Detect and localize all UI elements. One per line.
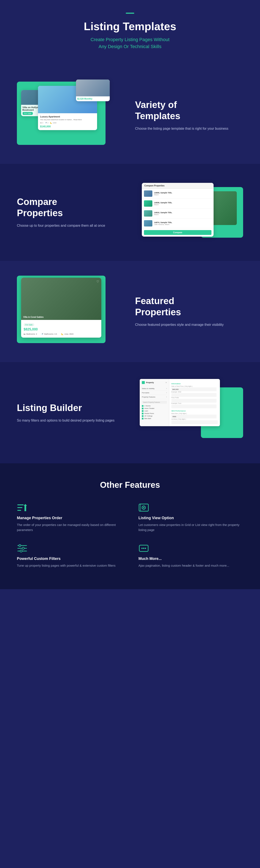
svg-rect-1 [17, 507, 22, 508]
builder-sidebar-icon [142, 381, 145, 384]
other-features-section: Other Features Manage Properties Order T… [0, 463, 260, 589]
featured-beds: 🛏 Bedrooms 3 [24, 333, 37, 335]
svg-point-15 [143, 548, 144, 549]
compare-prop-title-4: 14974, Sample Title, [154, 221, 211, 223]
card-top-right: $2,520 Monthly [76, 80, 110, 101]
bm-field-price: Sale or Rent Price ( Only digits ) $40,0… [171, 385, 216, 391]
compare-panel-header: Compare Properties [142, 183, 213, 189]
card-left-tag: For Sale [23, 112, 32, 115]
top-bar-accent [126, 13, 134, 14]
checkbox-lawn: Lawn [142, 410, 167, 412]
featured-heading: Featured Properties [135, 296, 243, 318]
card-baths: 🚿 2 [45, 122, 49, 124]
card-main-title: Luxury Apartment [40, 115, 95, 118]
builder-section: Listing Builder So many filters and opti… [0, 362, 260, 463]
card-main-desc: The very best waterfront location in har… [40, 119, 95, 121]
checkbox-bike: Bike Bath [142, 417, 167, 420]
builder-text: Listing Builder So many filters and opti… [17, 402, 125, 423]
builder-heading: Listing Builder [17, 402, 125, 413]
filter-icon [17, 543, 27, 554]
check-icon-2 [142, 408, 144, 409]
builder-search[interactable]: Search Property Features [142, 401, 167, 404]
svg-point-5 [143, 507, 144, 508]
compare-prop-loc-3: Miami [154, 214, 211, 216]
compare-prop-img-3 [144, 210, 152, 217]
featured-price: $825,000 [24, 328, 99, 331]
feature-custom-filters: Powerful Custom Filters Tune up property… [17, 543, 121, 568]
compare-row-4: 14974, Sample Title, Little Havana, Miam… [142, 218, 213, 228]
card-top-right-img [76, 80, 110, 96]
manage-order-title: Manage Properties Order [17, 516, 121, 520]
featured-baths: 🚿 Bathrooms 3.5 [41, 333, 57, 335]
bm-input-area[interactable]: 4500 [171, 414, 216, 418]
compare-text: Compare Properties Choose up to four pro… [17, 196, 125, 228]
svg-point-16 [145, 548, 146, 549]
variety-visual: For Sale Villa on Hollywood Boulevard $1… [17, 80, 122, 151]
builder-panel: Property ✕ Status & visibility ▾ Permali… [140, 379, 220, 426]
feature-listing-view: Listing View Option Let customers view p… [139, 502, 243, 532]
manage-order-desc: The order of your properties can be mana… [17, 522, 121, 532]
bm-input-prefix[interactable] [171, 399, 216, 403]
compare-row-text-4: 14974, Sample Title, Little Havana, Miam… [154, 221, 211, 225]
checkbox-marble: Marble Floors [142, 412, 167, 414]
checkbox-theater: Home Theater [142, 407, 167, 409]
bm-input-price-ex[interactable] [171, 393, 216, 397]
bm-field-area: Area Size ( Only digits ) 4500 [171, 413, 216, 418]
hero-title: Listing Templates [8, 20, 252, 33]
builder-description: So many filters and options to build des… [17, 418, 125, 423]
compare-prop-loc-1: Miami [154, 194, 211, 196]
eye-icon [139, 502, 149, 513]
much-more-desc: Ajax pagination, listing custom header &… [139, 563, 243, 568]
svg-point-14 [141, 548, 143, 549]
featured-description: Choose featured properties style and man… [135, 322, 243, 328]
compare-row-text-1: 14909, Sample Title, Miami [154, 192, 211, 196]
card-main-body: Luxury Apartment The very best waterfron… [38, 113, 97, 130]
builder-sidebar-header: Property ✕ [142, 381, 167, 384]
checkbox-ceilings: 28' Ceilings [142, 415, 167, 417]
compare-row-1: 14909, Sample Title, Miami [142, 189, 213, 199]
compare-row-text-3: 14910, Sample Title, Miami [154, 212, 211, 216]
bm-input-lot[interactable] [171, 420, 218, 424]
featured-card-body: For Sale $825,000 🛏 Bedrooms 3 🚿 Bathroo… [21, 320, 101, 338]
heart-icon: ♡ [96, 280, 99, 283]
compare-row-text-2: 14939, Sample Title, Miami [154, 202, 211, 206]
features-grid: Manage Properties Order The order of you… [17, 502, 243, 568]
compare-row-2: 14939, Sample Title, Miami [142, 199, 213, 209]
card-main-price: $140,000 [40, 125, 95, 128]
compare-prop-img-4 [144, 220, 152, 226]
card-area: 📐 1000 [50, 122, 56, 124]
builder-sidebar: Property ✕ Status & visibility ▾ Permali… [140, 379, 169, 426]
featured-text: Featured Properties Choose featured prop… [135, 296, 243, 327]
bm-field-prefix: Price Prefix [171, 397, 216, 403]
card-top-right-body: $2,520 Monthly [76, 96, 110, 101]
builder-main: Information Sale or Rent Price ( Only di… [169, 379, 220, 426]
featured-sale-tag: For Sale [24, 323, 34, 326]
builder-visual: Property ✕ Status & visibility ▾ Permali… [138, 375, 243, 451]
featured-card-img: Villa in Coral Gables ♡ [21, 278, 101, 320]
bm-field-price-ex: Example: 3500 [171, 391, 216, 397]
bm-field-prefix-ex: Example: From [171, 403, 216, 408]
card-main-meta: 🛏 3 🚿 2 📐 1000 [40, 122, 95, 124]
builder-sidebar-title: Property [146, 381, 154, 383]
bm-info-section: Information [171, 383, 218, 385]
card-beds: 🛏 3 [40, 122, 43, 124]
hero-section: Listing Templates Create Property Listin… [0, 0, 260, 67]
custom-filters-title: Powerful Custom Filters [17, 557, 121, 561]
check-icon-3 [142, 410, 144, 412]
builder-sidebar-close[interactable]: ✕ [166, 382, 167, 383]
bm-input-prefix-ex[interactable] [171, 404, 216, 408]
builder-features-row: Property Features ▾ [142, 395, 167, 399]
area-icon: 📐 [61, 333, 63, 335]
compare-prop-loc-4: Little Havana, Miami [154, 223, 211, 225]
area-value: 3500 [69, 333, 74, 335]
compare-button[interactable]: Compare [144, 230, 211, 235]
featured-meta: 🛏 Bedrooms 3 🚿 Bathrooms 3.5 📐 Area 3500 [24, 333, 99, 335]
compare-panel: Compare Properties 14909, Sample Title, … [142, 183, 213, 237]
compare-prop-img-1 [144, 190, 152, 197]
bm-input-price[interactable]: $40,000 [171, 388, 216, 391]
more-icon [139, 543, 149, 554]
compare-prop-title-1: 14909, Sample Title, [154, 192, 211, 194]
svg-point-12 [20, 550, 22, 552]
area-label: Area [64, 333, 68, 335]
baths-label: Bathrooms [44, 333, 54, 335]
